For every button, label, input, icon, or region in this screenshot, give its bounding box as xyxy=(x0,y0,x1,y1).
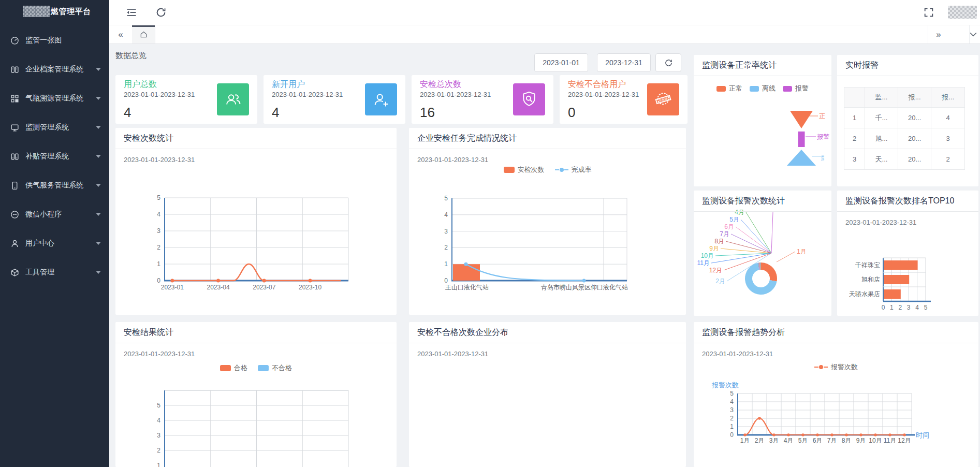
svg-text:2: 2 xyxy=(898,304,902,311)
stat-card-new-users: 新开用户 2023-01-01-2023-12-31 4 xyxy=(264,75,405,124)
svg-text:10月: 10月 xyxy=(701,252,714,259)
sidebar-item-enterprise-archive[interactable]: 企业档案管理系统 xyxy=(0,55,109,84)
user-icon xyxy=(10,239,19,248)
card-value: 16 xyxy=(420,105,435,121)
date-end-input[interactable]: 2023-12-31 xyxy=(597,53,651,72)
svg-text:1: 1 xyxy=(444,260,448,268)
collapse-menu-icon[interactable] xyxy=(126,7,137,18)
svg-text:9月: 9月 xyxy=(856,437,866,444)
stat-card-total-users: 用户总数 2023-01-01-2023-12-31 4 xyxy=(115,75,257,124)
svg-text:5: 5 xyxy=(924,304,928,311)
svg-text:5: 5 xyxy=(157,402,160,409)
tab-home[interactable] xyxy=(132,25,155,43)
tab-menu-chevron-icon[interactable] xyxy=(969,25,980,43)
date-start-input[interactable]: 2023-01-01 xyxy=(534,53,588,72)
legend-item-offline[interactable]: 离线 xyxy=(750,84,776,93)
user-add-icon xyxy=(365,83,397,115)
sidebar-item-tools[interactable]: 工具管理 xyxy=(0,258,109,287)
svg-text:天骄水果店: 天骄水果店 xyxy=(849,290,880,298)
svg-text:正: 正 xyxy=(819,112,825,120)
svg-text:6月: 6月 xyxy=(724,223,734,230)
card-title: 安检总次数 xyxy=(420,79,461,90)
svg-text:4: 4 xyxy=(915,304,919,311)
svg-text:0: 0 xyxy=(444,277,448,284)
home-icon xyxy=(140,31,148,38)
sidebar-item-gas-service[interactable]: 供气服务管理系统 xyxy=(0,171,109,200)
panel-title: 监测设备报警次数统计 xyxy=(694,191,831,212)
legend-item-unqualified[interactable]: 不合格 xyxy=(258,363,292,373)
sidebar-item-label: 补贴管理系统 xyxy=(25,152,96,161)
panel-date-range: 2023-01-01-2023-12-31 xyxy=(124,350,195,358)
sidebar-item-subsidy[interactable]: 补贴管理系统 xyxy=(0,142,109,171)
panel-date-range: 2023-01-01-2023-12-31 xyxy=(124,156,195,164)
panel-title: 监测设备正常率统计 xyxy=(694,55,831,76)
sidebar: 燃管理平台 监管一张图 企业档案管理系统 气瓶溯源管理系统 监测管理系统 xyxy=(0,0,109,467)
subsidy-icon xyxy=(10,152,19,161)
sidebar-item-label: 气瓶溯源管理系统 xyxy=(25,94,96,103)
legend-item-completion-rate[interactable]: 完成率 xyxy=(555,165,592,174)
svg-text:2: 2 xyxy=(157,244,160,251)
sidebar-item-label: 供气服务管理系统 xyxy=(25,181,96,190)
svg-text:3月: 3月 xyxy=(769,437,779,444)
svg-text:3: 3 xyxy=(157,432,160,439)
legend-swatch xyxy=(504,167,515,173)
svg-text:12月: 12月 xyxy=(709,267,722,274)
table-header: 报... xyxy=(898,87,931,108)
stamp-unqualified-icon: 不合格 xyxy=(647,83,679,115)
chevron-down-icon xyxy=(96,97,101,100)
sidebar-item-wechat-miniprogram[interactable]: 微信小程序 xyxy=(0,200,109,229)
wechat-icon xyxy=(10,210,19,219)
page-title: 数据总览 xyxy=(115,51,147,61)
svg-text:2: 2 xyxy=(157,447,160,454)
legend-item-alarm[interactable]: 报警 xyxy=(783,84,809,93)
svg-text:2023-07: 2023-07 xyxy=(253,284,275,291)
legend-item-normal[interactable]: 正常 xyxy=(716,84,742,93)
legend-line-marker xyxy=(555,168,568,172)
table-row: 3天...20...2 xyxy=(844,149,965,170)
svg-text:5: 5 xyxy=(444,195,448,202)
collapse-tabs-left-icon[interactable]: « xyxy=(109,25,133,43)
sidebar-item-label: 微信小程序 xyxy=(25,210,96,219)
sidebar-item-cylinder-trace[interactable]: 气瓶溯源管理系统 xyxy=(0,84,109,113)
legend-item-alarm-count[interactable]: 报警次数 xyxy=(814,362,858,372)
sidebar-item-user-center[interactable]: 用户中心 xyxy=(0,229,109,258)
panel-title: 实时报警 xyxy=(837,55,978,76)
table-header: 报... xyxy=(931,87,965,108)
sidebar-item-supervision-map[interactable]: 监管一张图 xyxy=(0,26,109,55)
sidebar-menu: 监管一张图 企业档案管理系统 气瓶溯源管理系统 监测管理系统 补贴管理系统 xyxy=(0,26,109,287)
svg-text:4: 4 xyxy=(157,417,160,424)
panel-inspection-results: 12345 安检结果统计 2023-01-01-2023-12-31 合格 不合… xyxy=(115,322,397,467)
panel-title: 安检次数统计 xyxy=(115,128,397,149)
legend-item-inspections[interactable]: 安检次数 xyxy=(504,165,545,174)
tool-icon xyxy=(10,268,19,277)
refresh-icon[interactable] xyxy=(155,7,167,18)
panel-alarm-count-by-month: 4月5月6月7月8月9月10月11月12月2月1月 监测设备报警次数统计 xyxy=(694,191,831,316)
svg-text:报警次数: 报警次数 xyxy=(711,381,739,389)
panel-title: 监测设备报警趋势分析 xyxy=(694,322,978,343)
svg-text:2月: 2月 xyxy=(715,278,725,285)
svg-text:2: 2 xyxy=(730,415,734,422)
chevron-down-icon xyxy=(96,213,101,216)
card-title: 安检不合格用户 xyxy=(568,79,626,90)
svg-text:8月: 8月 xyxy=(842,437,852,444)
table-row: 2旭...20...3 xyxy=(844,128,965,149)
sidebar-item-monitoring[interactable]: 监测管理系统 xyxy=(0,113,109,142)
svg-text:1: 1 xyxy=(890,304,894,311)
legend: 报警次数 xyxy=(694,362,978,372)
table-header xyxy=(844,87,865,108)
fullscreen-icon[interactable] xyxy=(923,7,934,18)
collapse-tabs-right-icon[interactable]: » xyxy=(928,25,949,43)
legend-item-qualified[interactable]: 合格 xyxy=(220,363,247,373)
censored-username[interactable] xyxy=(948,6,977,19)
sidebar-item-label: 企业档案管理系统 xyxy=(25,65,96,74)
sidebar-item-label: 监管一张图 xyxy=(25,36,101,45)
inspection-results-chart: 12345 xyxy=(115,322,397,467)
query-refresh-button[interactable] xyxy=(655,53,681,72)
svg-text:5月: 5月 xyxy=(729,216,739,223)
svg-text:11月: 11月 xyxy=(884,437,896,444)
chevron-down-icon xyxy=(96,184,101,187)
card-range: 2023-01-01-2023-12-31 xyxy=(272,91,343,98)
panel-date-range: 2023-01-01-2023-12-31 xyxy=(702,350,773,358)
card-value: 4 xyxy=(124,105,131,121)
refresh-icon xyxy=(664,59,673,67)
